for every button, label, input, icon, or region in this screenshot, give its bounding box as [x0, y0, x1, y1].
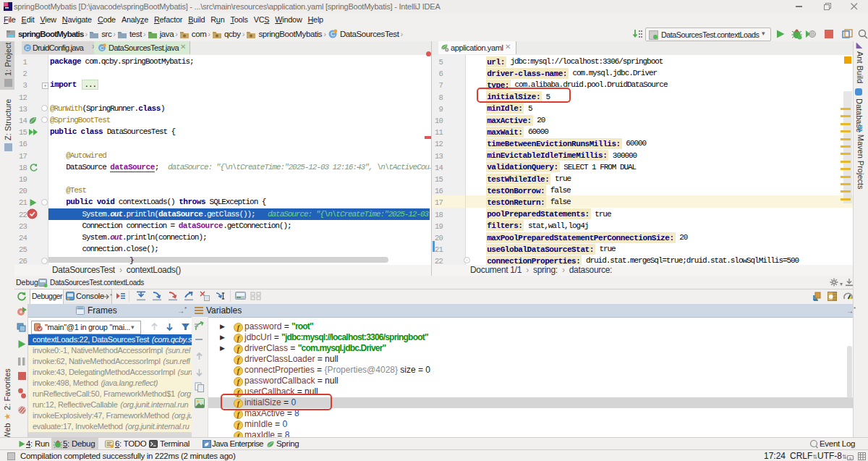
- svg-text:a: a: [849, 456, 852, 460]
- svg-text:*: *: [110, 293, 112, 299]
- svg-text:C: C: [331, 30, 335, 38]
- svg-text:C: C: [25, 45, 30, 51]
- svg-text:C: C: [100, 45, 104, 51]
